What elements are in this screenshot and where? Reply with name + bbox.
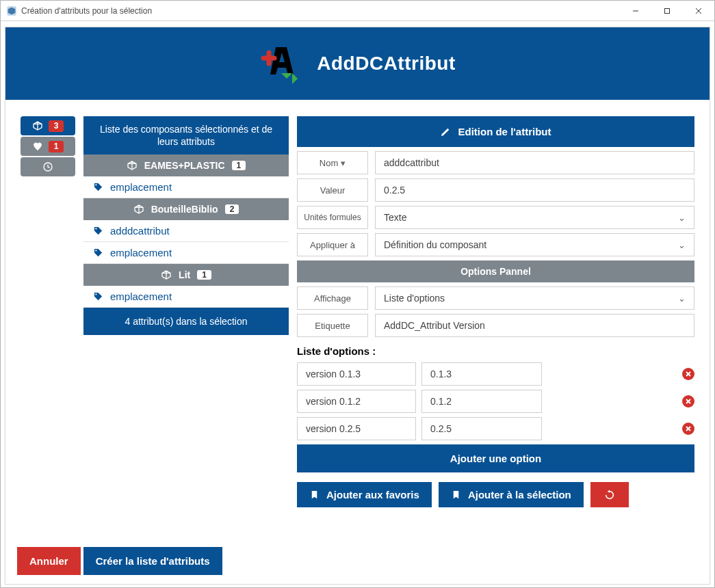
dialog-body: AddDCAttribut 3 1 (5, 27, 710, 585)
label-valeur: Valeur (297, 178, 368, 202)
cube-icon (32, 120, 43, 131)
create-list-button[interactable]: Créer la liste d'attributs (83, 547, 222, 575)
selected-components-button[interactable]: 3 (21, 116, 75, 135)
input-nom[interactable]: adddcattribut (375, 151, 694, 174)
maximize-button[interactable] (651, 1, 683, 21)
header-band: AddDCAttribut (5, 27, 710, 100)
attribute-item[interactable]: emplacement (83, 176, 289, 198)
add-option-button[interactable]: Ajouter une option (297, 444, 694, 472)
close-icon (685, 425, 692, 432)
option-label-input[interactable]: version 0.1.2 (297, 390, 416, 413)
option-row: version 0.2.5 0.2.5 (297, 417, 694, 440)
svg-point-3 (95, 185, 96, 186)
select-unites[interactable]: Texte ⌄ (375, 206, 694, 229)
chevron-down-icon: ▾ (341, 158, 346, 168)
label-nom[interactable]: Nom▾ (297, 151, 368, 174)
minimize-button[interactable] (620, 1, 651, 21)
heart-icon (32, 141, 43, 152)
component-list-panel: Liste des composants sélectionnés et de … (83, 116, 289, 335)
value-affichage: Liste d'options (384, 293, 445, 304)
window-title-text: Création d'attributs pour la sélection (21, 6, 152, 16)
component-header[interactable]: BouteilleBiblio 2 (83, 198, 289, 220)
app-window: Création d'attributs pour la sélection (0, 0, 715, 588)
attribute-item[interactable]: adddcattribut (83, 220, 289, 242)
add-favorite-button[interactable]: Ajouter aux favoris (297, 482, 432, 507)
cancel-button[interactable]: Annuler (17, 547, 81, 575)
component-list-footer: 4 attribut(s) dans la sélection (83, 308, 289, 335)
option-label-input[interactable]: version 0.2.5 (297, 417, 416, 440)
window-controls (620, 1, 714, 21)
history-button[interactable] (21, 157, 75, 176)
attribute-name: emplacement (110, 181, 172, 193)
option-value-input[interactable]: 0.1.2 (421, 390, 542, 413)
close-icon (685, 371, 692, 377)
editor-title: Edition de l'attribut (297, 116, 694, 147)
input-valeur[interactable]: 0.2.5 (375, 178, 694, 202)
fav-badge: 1 (49, 141, 64, 152)
close-icon (685, 398, 692, 405)
tag-icon (93, 226, 103, 236)
component-header[interactable]: EAMES+PLASTIC 1 (83, 155, 289, 176)
component-name: Lit (179, 269, 190, 280)
component-name: BouteilleBiblio (151, 204, 218, 215)
option-row: version 0.1.3 0.1.3 (297, 362, 694, 386)
favorites-button[interactable]: 1 (21, 137, 75, 156)
tag-icon (93, 248, 103, 258)
component-name: EAMES+PLASTIC (144, 160, 225, 171)
mini-sidebar: 3 1 (21, 116, 75, 176)
option-label-input[interactable]: version 0.1.3 (297, 362, 416, 386)
options-list-label: Liste d'options : (297, 341, 694, 358)
select-affichage[interactable]: Liste d'options ⌄ (375, 286, 694, 310)
close-button[interactable] (683, 1, 714, 21)
svg-point-4 (95, 228, 96, 230)
chevron-down-icon: ⌄ (678, 213, 686, 223)
component-header[interactable]: Lit 1 (83, 264, 289, 286)
attribute-name: emplacement (110, 291, 172, 302)
component-count: 2 (225, 204, 239, 214)
delete-option-button[interactable] (682, 423, 694, 435)
tag-icon (93, 182, 103, 192)
cube-icon (127, 160, 138, 171)
bottom-bar: Annuler Créer la liste d'attributs (17, 547, 222, 575)
bookmark-icon (451, 490, 461, 500)
editor-panel: Edition de l'attribut Nom▾ adddcattribut… (297, 116, 694, 507)
select-appliquer[interactable]: Définition du composant ⌄ (375, 233, 694, 256)
option-row: version 0.1.2 0.1.2 (297, 390, 694, 413)
label-appliquer: Appliquer à (297, 233, 368, 256)
app-logo-icon (259, 40, 306, 87)
cube-icon (133, 204, 144, 215)
title-bar: Création d'attributs pour la sélection (1, 1, 714, 21)
label-unites: Unités formules (297, 206, 368, 229)
value-etiquette: AddDC_Attribut Version (384, 320, 485, 331)
action-row: Ajouter aux favoris Ajouter à la sélecti… (297, 482, 694, 507)
attribute-item[interactable]: emplacement (83, 286, 289, 308)
label-affichage: Affichage (297, 286, 368, 310)
tag-icon (93, 291, 103, 302)
attribute-name: adddcattribut (110, 225, 170, 237)
app-icon (6, 5, 17, 16)
add-selection-button[interactable]: Ajouter à la sélection (439, 482, 584, 507)
bookmark-icon (309, 490, 320, 500)
chevron-down-icon: ⌄ (678, 293, 686, 304)
attribute-item[interactable]: emplacement (83, 242, 289, 264)
clock-icon (42, 161, 53, 172)
option-value-input[interactable]: 0.2.5 (421, 417, 542, 440)
svg-point-6 (95, 294, 96, 295)
attribute-name: emplacement (110, 247, 172, 258)
cube-icon (161, 269, 172, 280)
delete-option-button[interactable] (682, 395, 694, 407)
input-etiquette[interactable]: AddDC_Attribut Version (375, 314, 694, 337)
reset-button[interactable] (590, 482, 629, 507)
option-value-input[interactable]: 0.1.3 (421, 362, 542, 386)
pencil-icon (440, 126, 451, 137)
delete-option-button[interactable] (682, 368, 694, 380)
add-selection-label: Ajouter à la sélection (468, 489, 571, 500)
svg-point-5 (95, 250, 96, 252)
title-left: Création d'attributs pour la sélection (1, 5, 152, 16)
chevron-down-icon: ⌄ (678, 240, 686, 250)
component-count: 1 (232, 161, 246, 170)
value-valeur: 0.2.5 (384, 185, 405, 196)
value-nom: adddcattribut (384, 157, 439, 168)
cube-badge: 3 (49, 120, 64, 132)
add-favorite-label: Ajouter aux favoris (326, 489, 419, 500)
